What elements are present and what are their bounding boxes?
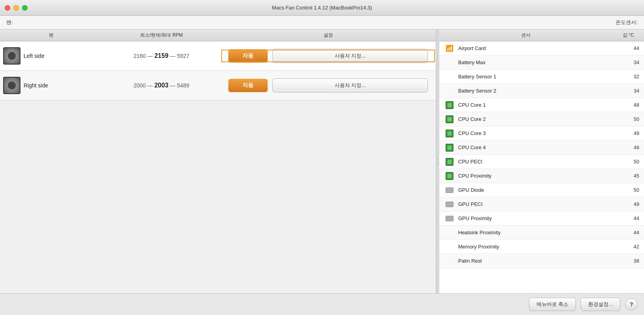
fan-rpm-left: 2160 — 2159 — 5927	[102, 52, 220, 59]
sensor-name: CPU PECI	[455, 159, 620, 165]
sensor-name: Memory Proximity	[455, 244, 620, 250]
fan-icon-right	[0, 77, 24, 94]
temp-sensor-label: 온도센서:	[616, 19, 638, 26]
sensor-value: 38	[620, 258, 639, 264]
sensor-value: 34	[620, 59, 639, 65]
setting-col-header: 설정	[220, 32, 436, 39]
wifi-icon: 📶	[444, 44, 455, 52]
panel-divider[interactable]	[436, 30, 439, 293]
auto-button-right[interactable]: 자동	[228, 79, 268, 92]
menubar-button[interactable]: 메뉴바로 축소	[529, 298, 576, 311]
cpu-icon	[444, 144, 455, 152]
sensor-name: Battery Sensor 1	[455, 74, 620, 80]
close-button[interactable]	[5, 5, 10, 11]
sensor-value: 49	[620, 201, 639, 207]
fan-row: Right side 2000 — 2003 — 5489 자동 사용자 지정.…	[0, 71, 436, 100]
sensor-value: 44	[620, 230, 639, 235]
sensor-name: Palm Rest	[455, 258, 620, 264]
fan-rpm-right: 2000 — 2003 — 5489	[102, 82, 220, 89]
cpu-icon	[444, 115, 455, 123]
fan-graphic-icon	[3, 77, 20, 94]
sensor-name: Airport Card	[455, 45, 620, 51]
right-panel: 센서 값 °C 📶 Airport Card 44 Battery Max 34…	[439, 30, 644, 293]
gpu-icon	[444, 187, 455, 193]
fan-table-header: 팬 최소/현재/최대 RPM 설정	[0, 30, 436, 41]
sensor-row[interactable]: CPU PECI 50	[439, 155, 644, 169]
sensor-row[interactable]: CPU Core 2 50	[439, 112, 644, 126]
sensor-value: 44	[620, 215, 639, 221]
sensor-row[interactable]: Battery Sensor 2 34	[439, 84, 644, 98]
sensor-value: 50	[620, 159, 639, 165]
panels: 팬 최소/현재/최대 RPM 설정 Left side 2160 — 2159 …	[0, 30, 644, 293]
sensor-row[interactable]: GPU Diode 50	[439, 183, 644, 197]
sensor-name: CPU Core 3	[455, 130, 620, 136]
fan-rows: Left side 2160 — 2159 — 5927 자동 사용자 지정..…	[0, 41, 436, 167]
sensor-col-header: 센서	[439, 32, 613, 39]
gpu-icon	[444, 216, 455, 221]
sensor-row[interactable]: Battery Max 34	[439, 56, 644, 70]
sensor-value: 49	[620, 130, 639, 136]
section-headers: 팬: 온도센서:	[0, 16, 644, 30]
fan-controls-right: 자동 사용자 지정...	[220, 78, 436, 93]
sensor-list: 📶 Airport Card 44 Battery Max 34 Battery…	[439, 41, 644, 293]
sensor-row[interactable]: CPU Core 4 48	[439, 141, 644, 155]
sensor-row[interactable]: CPU Core 3 49	[439, 126, 644, 141]
sensor-name: GPU PECI	[455, 201, 620, 207]
fan-icon-left	[0, 47, 24, 65]
sensor-name: Battery Sensor 2	[455, 88, 620, 94]
sensor-name: GPU Proximity	[455, 215, 620, 221]
sensor-row[interactable]: 📶 Airport Card 44	[439, 41, 644, 56]
help-button[interactable]: ?	[625, 298, 638, 311]
bottom-bar: 메뉴바로 축소 환경설정... ?	[0, 293, 644, 315]
fans-label: 팬:	[6, 19, 13, 26]
gpu-icon	[444, 202, 455, 207]
custom-button-right[interactable]: 사용자 지정...	[272, 78, 428, 93]
sensor-row[interactable]: Battery Sensor 1 32	[439, 70, 644, 84]
auto-button-left[interactable]: 자동	[228, 49, 268, 63]
window-title: Macs Fan Control 1.4.12 (MacBookPro14,3)	[272, 5, 372, 11]
sensor-name: CPU Core 1	[455, 102, 620, 108]
sensor-table-header: 센서 값 °C	[439, 30, 644, 41]
fan-row: Left side 2160 — 2159 — 5927 자동 사용자 지정..…	[0, 41, 436, 71]
rpm-col-header: 최소/현재/최대 RPM	[102, 32, 220, 39]
sensor-row[interactable]: CPU Proximity 45	[439, 169, 644, 183]
sensor-row[interactable]: Heatsink Proximity 44	[439, 226, 644, 240]
cpu-icon	[444, 172, 455, 180]
sensor-row[interactable]: CPU Core 1 48	[439, 98, 644, 112]
sensor-value: 32	[620, 74, 639, 80]
minimize-button[interactable]	[13, 5, 19, 11]
main-content: 팬: 온도센서: 팬 최소/현재/최대 RPM 설정 Left side 216…	[0, 16, 644, 315]
fan-col-header: 팬	[0, 32, 102, 39]
cpu-icon	[444, 101, 455, 109]
cpu-icon	[444, 158, 455, 166]
sensor-value: 48	[620, 102, 639, 108]
window-controls[interactable]	[5, 5, 28, 11]
sensor-name: CPU Core 2	[455, 116, 620, 122]
sensor-row[interactable]: GPU PECI 49	[439, 197, 644, 211]
custom-button-left[interactable]: 사용자 지정...	[272, 49, 428, 63]
sensor-value: 42	[620, 244, 639, 250]
sensor-name: Heatsink Proximity	[455, 230, 620, 235]
sensor-row[interactable]: Palm Rest 38	[439, 254, 644, 268]
title-bar: Macs Fan Control 1.4.12 (MacBookPro14,3)	[0, 0, 644, 16]
left-panel: 팬 최소/현재/최대 RPM 설정 Left side 2160 — 2159 …	[0, 30, 436, 293]
sensor-name: Battery Max	[455, 59, 620, 65]
sensor-value: 50	[620, 116, 639, 122]
sensor-value: 45	[620, 173, 639, 179]
maximize-button[interactable]	[22, 5, 28, 11]
empty-area	[0, 167, 436, 293]
cpu-icon	[444, 130, 455, 137]
fan-graphic-icon	[3, 47, 20, 65]
sensor-name: CPU Proximity	[455, 173, 620, 179]
settings-button[interactable]: 환경설정...	[581, 298, 620, 311]
sensor-name: GPU Diode	[455, 187, 620, 193]
sensor-value: 44	[620, 45, 639, 51]
sensor-name: CPU Core 4	[455, 145, 620, 150]
sensor-value: 50	[620, 187, 639, 193]
fan-name-right: Right side	[24, 82, 102, 89]
sensor-value: 48	[620, 145, 639, 150]
sensor-row[interactable]: GPU Proximity 44	[439, 211, 644, 226]
fan-controls-left: 자동 사용자 지정...	[220, 49, 436, 63]
fan-name-left: Left side	[24, 53, 102, 59]
sensor-row[interactable]: Memory Proximity 42	[439, 240, 644, 254]
